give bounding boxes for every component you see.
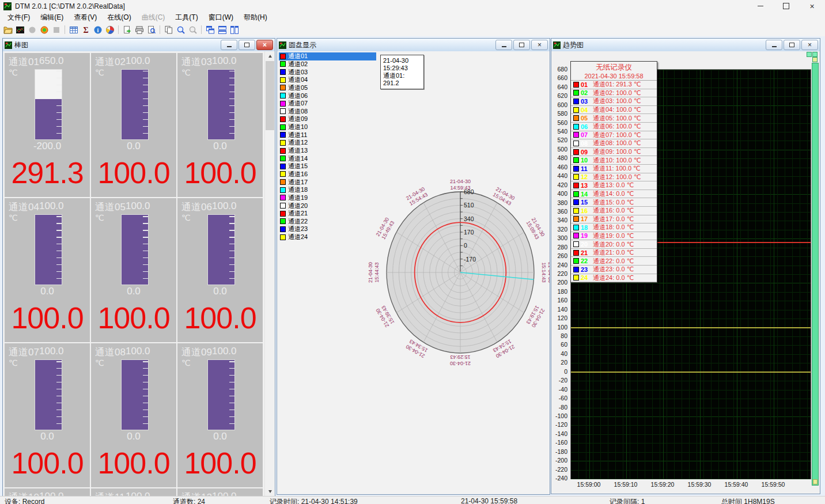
gauge-ticks — [229, 71, 234, 138]
bar-minimize-button[interactable] — [221, 40, 237, 50]
menu-item[interactable]: 工具(T) — [170, 12, 203, 24]
print-preview-icon[interactable] — [146, 25, 157, 35]
y-axis-label: 540 — [551, 128, 567, 135]
gauge-channel-label: 通道05 — [95, 200, 126, 214]
y-axis-label: 300 — [551, 234, 567, 241]
channel-color-swatch — [280, 93, 286, 98]
gridline-vertical — [755, 70, 756, 479]
disc-window-titlebar[interactable]: 圆盘显示 × — [277, 39, 550, 52]
trend-scroll-thumb[interactable] — [813, 479, 818, 484]
trend-scrollbar[interactable] — [812, 63, 819, 486]
trend-minimize-button[interactable] — [766, 40, 782, 50]
trend-window-titlebar[interactable]: 趋势图 × — [551, 39, 820, 52]
channel-list-item[interactable]: 通道02 — [279, 60, 376, 69]
bar-close-button[interactable]: × — [256, 40, 273, 50]
legend-channel-number: 18 — [581, 224, 591, 231]
menu-item[interactable]: 曲线(C) — [137, 12, 171, 24]
gridline-vertical — [667, 70, 667, 479]
disc-minimize-button[interactable] — [495, 40, 512, 50]
svg-text:21-04-30: 21-04-30 — [450, 361, 471, 366]
channel-list-item[interactable]: 通道12 — [279, 139, 376, 147]
scroll-up-button[interactable] — [265, 51, 275, 60]
minimize-icon — [758, 6, 763, 6]
gauge-unit: ℃ — [9, 68, 18, 77]
channel-list-item[interactable]: 通道05 — [279, 84, 376, 92]
menu-item[interactable]: 在线(O) — [102, 12, 136, 24]
info-icon[interactable]: i — [92, 25, 103, 35]
channel-list-item[interactable]: 通道11 — [279, 131, 376, 139]
menu-item[interactable]: 帮助(H) — [239, 12, 273, 24]
statistics-sigma-icon[interactable]: Σ — [80, 25, 91, 35]
channel-list-item[interactable]: 通道07 — [279, 100, 376, 108]
trend-scroll-button[interactable] — [812, 57, 818, 62]
channel-color-swatch — [280, 164, 286, 169]
menu-item[interactable]: 编辑(E) — [35, 12, 69, 24]
pie-chart-icon[interactable] — [104, 25, 115, 35]
gauge-channel-label: 通道12 — [181, 491, 212, 496]
x-axis-label: 15:59:30 — [688, 481, 712, 488]
window-title: DTM 2.0.1 [C:\DTM 2.0.2\RealData] — [15, 2, 125, 10]
legend-row: 22通道22: 0.0 ℃ — [571, 257, 657, 266]
export-icon[interactable] — [122, 25, 133, 35]
scroll-thumb[interactable] — [266, 61, 274, 130]
tile-vertical-icon[interactable] — [229, 25, 240, 35]
bar-chart-window: 棒图 × 通道01650.0℃-200.0291.3通道02100.0℃0.01… — [2, 38, 275, 497]
data-table-icon[interactable] — [68, 25, 79, 35]
gridline-vertical — [697, 70, 697, 479]
gridline-vertical — [740, 70, 741, 479]
maximize-button[interactable] — [773, 0, 799, 12]
y-axis-label: 360 — [551, 208, 567, 215]
trend-close-button[interactable]: × — [801, 40, 818, 50]
cascade-windows-icon[interactable] — [205, 25, 215, 35]
gauge-track — [121, 359, 149, 430]
y-axis-label: -240 — [551, 475, 567, 482]
y-axis-label: 80 — [551, 332, 567, 339]
realtime-chart-icon[interactable] — [14, 25, 25, 35]
disc-close-button[interactable]: × — [531, 40, 548, 50]
legend-color-swatch — [573, 250, 579, 256]
polar-radial-label: 510 — [464, 202, 474, 209]
x-axis-label: 15:59:40 — [725, 481, 748, 488]
channel-list-item[interactable]: 通道03 — [279, 68, 376, 76]
tooltip: 21-04-30 15:29:43 通道01: 291.2 — [380, 55, 424, 89]
trend-scroll-button[interactable] — [807, 52, 812, 57]
open-file-icon[interactable] — [2, 25, 13, 35]
gridline-vertical — [711, 70, 712, 479]
bar-window-titlebar[interactable]: 棒图 × — [3, 39, 275, 52]
legend-channel-number: 16 — [581, 207, 591, 214]
channel-color-swatch — [280, 211, 286, 217]
trend-restore-button[interactable] — [784, 40, 800, 50]
channel-list-item[interactable]: 通道06 — [279, 92, 376, 100]
channel-color-swatch — [280, 179, 286, 185]
y-axis-label: 260 — [551, 252, 567, 259]
scroll-down-button[interactable] — [265, 487, 275, 496]
gauge-max-label: 100.0 — [39, 346, 64, 357]
gauge-value: 100.0 — [177, 301, 263, 335]
print-icon[interactable] — [134, 25, 145, 35]
tile-horizontal-icon[interactable] — [217, 25, 228, 35]
channel-list-item[interactable]: 通道10 — [279, 123, 376, 131]
trend-scroll-button[interactable] — [812, 52, 818, 57]
legend-channel-value: 通道19: 0.0 ℃ — [593, 232, 634, 240]
legend-channel-number: 21 — [581, 249, 591, 256]
menu-item[interactable]: 文件(F) — [2, 12, 35, 24]
trend-series-line — [571, 372, 811, 373]
bar-restore-button[interactable] — [239, 40, 255, 50]
legend-channel-value: 通道06: 100.0 ℃ — [593, 122, 641, 131]
menu-item[interactable]: 查看(V) — [69, 12, 102, 24]
channel-list-item[interactable]: 通道09 — [279, 115, 376, 123]
close-button[interactable]: × — [799, 0, 825, 12]
channel-list-item[interactable]: 通道01 — [279, 52, 376, 60]
record-icon[interactable] — [39, 25, 50, 35]
gauge-min-label: -200.0 — [5, 141, 90, 152]
zoom-icon[interactable] — [175, 25, 186, 35]
bar-scrollbar[interactable] — [264, 51, 275, 496]
gauge-unit: ℃ — [9, 213, 18, 222]
menu-item[interactable]: 窗口(W) — [203, 12, 239, 24]
minimize-button[interactable] — [747, 0, 773, 12]
copy-icon[interactable] — [163, 25, 174, 35]
disc-restore-button[interactable] — [513, 40, 530, 50]
channel-list-item[interactable]: 通道04 — [279, 76, 376, 84]
legend-row: 06通道06: 100.0 ℃ — [571, 123, 657, 131]
channel-list-item[interactable]: 通道08 — [279, 107, 376, 115]
